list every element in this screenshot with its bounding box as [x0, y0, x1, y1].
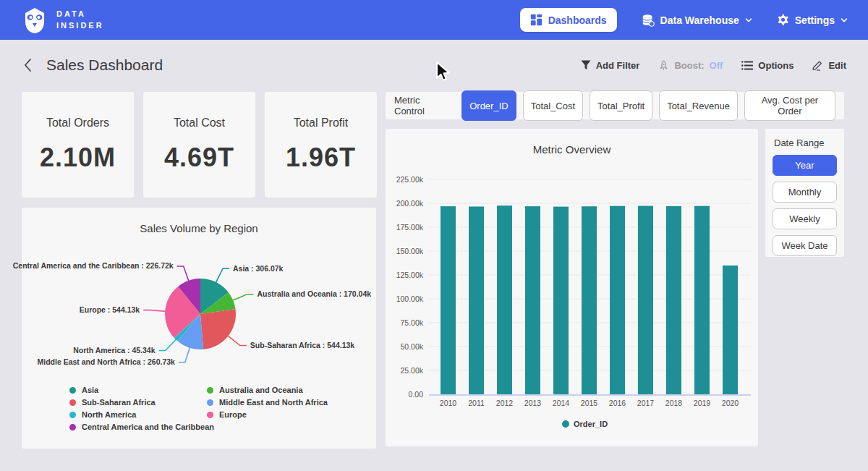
- svg-text:75.00k: 75.00k: [400, 318, 423, 327]
- brand[interactable]: DATA INSIDER: [20, 6, 104, 35]
- bar-2019[interactable]: [694, 206, 710, 394]
- date-range-panel: Date Range YearMonthlyWeeklyWeek Date: [765, 129, 844, 257]
- svg-text:2012: 2012: [496, 399, 514, 407]
- svg-text:0.00: 0.00: [409, 390, 424, 399]
- kpi-value: 1.96T: [286, 143, 356, 173]
- bar-2011[interactable]: [469, 206, 484, 394]
- pie-chart[interactable]: Asia : 306.07kAustralia and Oceania : 17…: [22, 242, 376, 380]
- date-range-button-monthly[interactable]: Monthly: [773, 182, 837, 203]
- rocket-icon: [658, 60, 669, 71]
- pie-legend-item-middle-east-and-north-africa[interactable]: Middle East and North Africa: [207, 396, 328, 408]
- svg-text:2010: 2010: [440, 399, 457, 407]
- svg-text:150.00k: 150.00k: [396, 247, 424, 255]
- kpi-value: 2.10M: [40, 143, 116, 173]
- legend-label: Europe: [219, 410, 247, 419]
- page-title: Sales Dashboard: [46, 56, 163, 74]
- pie-legend-item-australia-and-oceania[interactable]: Australia and Oceania: [207, 384, 328, 396]
- pie-label-middle-east-and-north-africa: Middle East and North Africa : 260.73k: [38, 357, 176, 366]
- edit-button[interactable]: Edit: [812, 60, 846, 71]
- pie-label-north-america: North America : 45.34k: [73, 346, 156, 355]
- pie-label-europe: Europe : 544.13k: [80, 305, 140, 314]
- metric-button-order-id[interactable]: Order_ID: [461, 90, 516, 121]
- svg-text:2011: 2011: [468, 399, 485, 407]
- svg-text:200.00k: 200.00k: [396, 199, 424, 208]
- back-icon[interactable]: [22, 58, 33, 72]
- bar-chart[interactable]: 0.0025.00k50.00k75.00k100.00k125.00k150.…: [386, 164, 758, 446]
- kpi-card-total-cost: Total Cost 4.69T: [143, 92, 255, 198]
- options-button[interactable]: Options: [741, 60, 793, 71]
- kpi-label: Total Orders: [46, 116, 109, 130]
- options-list-icon: [741, 61, 753, 70]
- pie-legend-column-1: AsiaSub-Saharan AfricaNorth AmericaCentr…: [69, 384, 214, 433]
- chevron-down-icon: [745, 17, 752, 24]
- legend-label: Middle East and North Africa: [219, 398, 328, 407]
- metric-button-total-revenue[interactable]: Total_Revenue: [659, 90, 738, 121]
- date-range-button-year[interactable]: Year: [773, 155, 837, 176]
- bar-2010[interactable]: [441, 206, 456, 394]
- nav-data-warehouse-button[interactable]: Data Warehouse: [642, 14, 752, 27]
- legend-dot: [69, 412, 76, 418]
- date-range-button-week-date[interactable]: Week Date: [773, 235, 837, 256]
- nav-settings-button[interactable]: Settings: [777, 14, 848, 26]
- legend-dot: [207, 412, 213, 418]
- legend-label: Australia and Oceania: [219, 386, 303, 394]
- pie-label-australia-and-oceania: Australia and Oceania : 170.04k: [257, 289, 371, 298]
- bar-legend-label: Order_ID: [574, 420, 608, 428]
- brand-text: DATA INSIDER: [56, 9, 104, 32]
- page-header: Sales Dashboard Add Filter Boost: Off Op: [0, 40, 868, 90]
- pie-legend-item-europe[interactable]: Europe: [207, 409, 328, 420]
- pie-label-sub-saharan-africa: Sub-Saharan Africa : 544.13k: [250, 341, 354, 349]
- legend-label: North America: [82, 410, 136, 419]
- metric-control-bar: Metric Control Order_IDTotal_CostTotal_P…: [386, 92, 844, 119]
- bar-2013[interactable]: [525, 206, 540, 394]
- svg-text:175.00k: 175.00k: [396, 223, 424, 232]
- kpi-label: Total Profit: [294, 116, 349, 130]
- svg-text:50.00k: 50.00k: [400, 342, 423, 351]
- pie-label-asia: Asia : 306.07k: [233, 264, 284, 273]
- pie-chart-title: Sales Volume by Region: [22, 208, 376, 234]
- bar-2018[interactable]: [666, 206, 681, 394]
- edit-pencil-icon: [812, 60, 823, 71]
- pie-legend-item-asia[interactable]: Asia: [69, 384, 214, 396]
- pie-slice-sub-saharan-africa[interactable]: [200, 309, 236, 349]
- bar-2014[interactable]: [553, 207, 569, 394]
- date-range-button-weekly[interactable]: Weekly: [773, 208, 837, 229]
- bar-2020[interactable]: [723, 266, 738, 394]
- bar-2016[interactable]: [610, 206, 625, 394]
- svg-text:2018: 2018: [665, 399, 683, 407]
- pie-chart-card: Sales Volume by Region Asia : 306.07kAus…: [22, 208, 376, 449]
- metric-button-avg-cost-per-order[interactable]: Avg. Cost per Order: [744, 90, 835, 121]
- boost-toggle[interactable]: Boost: Off: [658, 60, 723, 71]
- pie-label-central-america-and-the-caribbean: Central America and the Caribbean : 226.…: [13, 261, 174, 270]
- nav-settings-label: Settings: [795, 14, 835, 26]
- svg-text:225.00k: 225.00k: [396, 175, 424, 184]
- database-icon: [642, 14, 655, 27]
- legend-dot: [69, 399, 76, 406]
- legend-label: Central America and the Caribbean: [82, 423, 214, 431]
- bar-2017[interactable]: [638, 206, 653, 394]
- pie-legend-item-central-america-and-the-caribbean[interactable]: Central America and the Caribbean: [69, 421, 214, 433]
- legend-label: Asia: [82, 386, 98, 394]
- bar-2012[interactable]: [497, 205, 512, 394]
- bar-chart-title: Metric Overview: [386, 129, 758, 156]
- add-filter-button[interactable]: Add Filter: [581, 60, 640, 71]
- svg-text:25.00k: 25.00k: [400, 366, 423, 375]
- top-navbar: DATA INSIDER Dashboards Data Warehouse: [0, 0, 868, 40]
- pie-legend-column-2: Australia and OceaniaMiddle East and Nor…: [207, 384, 328, 421]
- pie-legend-item-north-america[interactable]: North America: [69, 409, 214, 420]
- svg-text:2016: 2016: [609, 399, 626, 407]
- metric-button-total-profit[interactable]: Total_Profit: [590, 90, 652, 121]
- dashboards-grid-icon: [530, 14, 542, 26]
- chevron-down-icon: [841, 17, 848, 24]
- metric-control-label: Metric Control: [394, 95, 451, 116]
- metric-button-total-cost[interactable]: Total_Cost: [523, 90, 583, 121]
- pie-legend-item-sub-saharan-africa[interactable]: Sub-Saharan Africa: [69, 396, 214, 408]
- options-label: Options: [758, 60, 793, 71]
- filter-icon: [581, 60, 591, 70]
- date-range-label: Date Range: [774, 137, 837, 148]
- legend-dot: [69, 424, 76, 430]
- svg-text:2020: 2020: [722, 399, 739, 407]
- boost-value: Off: [710, 60, 723, 71]
- nav-dashboards-button[interactable]: Dashboards: [520, 8, 617, 32]
- bar-2015[interactable]: [582, 206, 597, 394]
